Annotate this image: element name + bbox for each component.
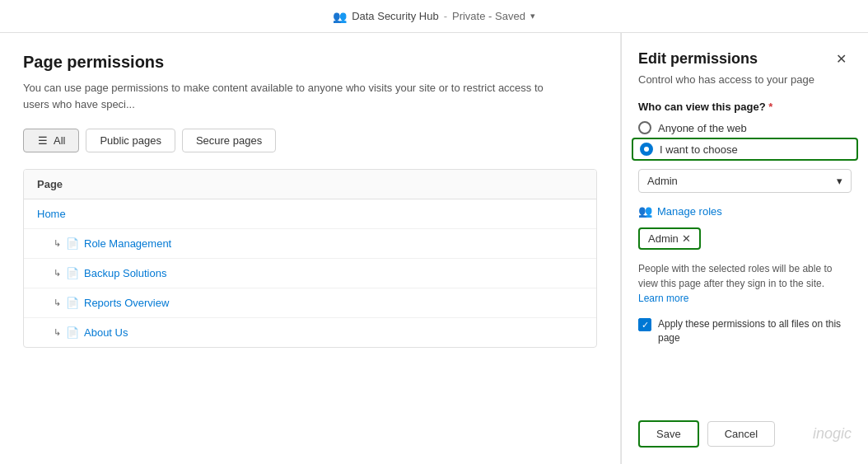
close-button[interactable]: ✕ (831, 49, 852, 68)
chevron-down-icon: ▾ (837, 175, 842, 187)
page-title: Page permissions (23, 53, 597, 72)
panel-title: Edit permissions (638, 50, 758, 68)
top-bar: 👥 Data Security Hub - Private - Saved ▾ (0, 0, 868, 33)
indent-arrow-icon: ↳ (54, 298, 61, 308)
home-link[interactable]: Home (37, 208, 66, 220)
learn-more-link[interactable]: Learn more (638, 293, 688, 304)
indent-arrow-icon: ↳ (54, 327, 61, 338)
check-icon: ✓ (642, 320, 649, 330)
page-icon: 📄 (66, 237, 79, 250)
list-item[interactable]: ↳ 📄 About Us (24, 318, 596, 347)
badge-container: Admin ✕ (638, 227, 852, 250)
required-indicator: * (768, 101, 772, 113)
radio-anyone-input[interactable] (638, 121, 651, 134)
reports-overview-link[interactable]: Reports Overview (84, 297, 169, 309)
indent-arrow-icon: ↳ (54, 238, 61, 249)
list-item[interactable]: ↳ 📄 Reports Overview (24, 288, 596, 318)
people-icon: 👥 (333, 10, 347, 23)
filter-tab-secure[interactable]: Secure pages (182, 129, 276, 152)
manage-roles-icon: 👥 (638, 204, 652, 218)
list-item[interactable]: Home (24, 199, 596, 229)
radio-choose-input[interactable] (640, 143, 653, 156)
cancel-button[interactable]: Cancel (707, 421, 775, 447)
separator1: - (444, 10, 447, 22)
table-header: Page (24, 170, 596, 199)
app-title: Data Security Hub (352, 10, 439, 22)
filter-tab-public[interactable]: Public pages (86, 129, 175, 152)
list-item[interactable]: ↳ 📄 Backup Solutions (24, 259, 596, 288)
filter-tabs: ☰ All Public pages Secure pages (23, 129, 597, 152)
list-icon: ☰ (37, 135, 49, 147)
filter-tab-all[interactable]: ☰ All (23, 129, 79, 152)
apply-permissions-checkbox[interactable]: ✓ (638, 318, 651, 331)
topbar-chevron-icon[interactable]: ▾ (530, 11, 535, 21)
watermark: inogic (813, 425, 852, 443)
left-panel: Page permissions You can use page permis… (0, 33, 621, 464)
role-management-link[interactable]: Role Management (84, 237, 171, 250)
panel-header: Edit permissions ✕ (638, 49, 852, 68)
save-button[interactable]: Save (638, 420, 699, 448)
admin-badge: Admin ✕ (638, 227, 701, 250)
backup-solutions-link[interactable]: Backup Solutions (84, 267, 166, 279)
page-icon: 📄 (66, 326, 79, 339)
page-icon: 📄 (66, 297, 79, 309)
page-icon: 📄 (66, 267, 79, 279)
about-us-link[interactable]: About Us (84, 326, 128, 339)
main-content: Page permissions You can use page permis… (0, 33, 868, 464)
page-description: You can use page permissions to make con… (23, 80, 567, 112)
badge-label: Admin (648, 232, 679, 245)
list-item[interactable]: ↳ 📄 Role Management (24, 229, 596, 259)
radio-choose[interactable]: I want to choose (632, 138, 858, 161)
role-dropdown[interactable]: Admin ▾ (638, 169, 852, 193)
right-panel: Edit permissions ✕ Control who has acces… (621, 33, 868, 464)
dropdown-value: Admin (647, 175, 678, 187)
apply-permissions-row: ✓ Apply these permissions to all files o… (638, 317, 852, 345)
info-text: People with the selected roles will be a… (638, 261, 852, 306)
panel-subtitle: Control who has access to your page (638, 73, 852, 86)
role-dropdown-container: Admin ▾ (638, 169, 852, 193)
who-can-view-label: Who can view this page? * (638, 101, 852, 113)
radio-anyone[interactable]: Anyone of the web (638, 121, 852, 134)
badge-remove-button[interactable]: ✕ (682, 232, 691, 245)
manage-roles-link[interactable]: 👥 Manage roles (638, 204, 852, 218)
indent-arrow-icon: ↳ (54, 268, 61, 279)
apply-permissions-label: Apply these permissions to all files on … (658, 317, 852, 345)
radio-group: Anyone of the web I want to choose (638, 121, 852, 157)
save-status: Private - Saved (452, 10, 525, 22)
panel-buttons: Save Cancel inogic (638, 412, 852, 448)
pages-table: Page Home ↳ 📄 Role Management ↳ 📄 Backup… (23, 169, 597, 348)
